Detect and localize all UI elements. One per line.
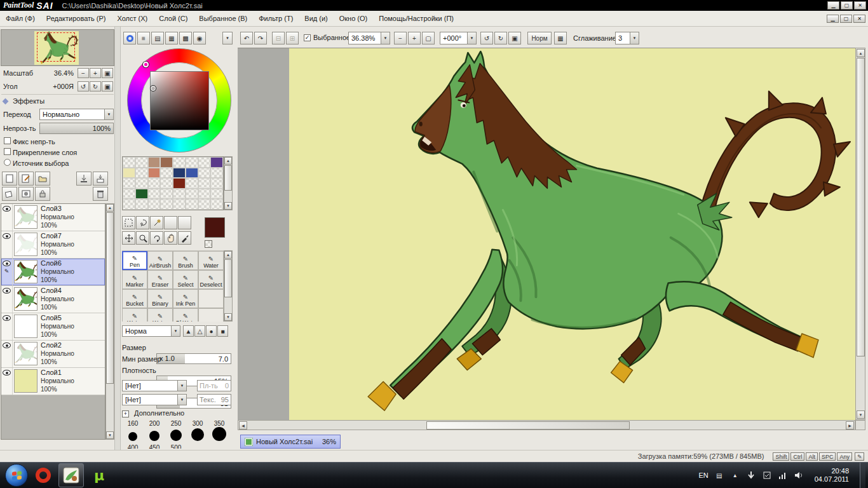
selection-visible-checkbox[interactable]: ✓ Выбранное (304, 34, 350, 41)
layer-visibility-icon[interactable] (3, 261, 11, 266)
layer-visibility-icon[interactable] (3, 288, 11, 294)
brush-preset-size[interactable]: 400 (122, 444, 144, 449)
swatch-cell[interactable] (160, 157, 173, 168)
layer-row[interactable]: Слой3Нормально100% (1, 204, 105, 231)
clear-layer-button[interactable] (2, 187, 17, 201)
rotate-cw-button[interactable]: ↻ (90, 81, 101, 92)
start-button[interactable] (5, 464, 28, 487)
show-desktop-button[interactable] (860, 463, 865, 488)
swatches-tab-icon[interactable]: ▩ (179, 32, 192, 44)
tool-binary[interactable]: ✎Binary (147, 289, 173, 308)
chevron-down-icon[interactable]: ▼ (104, 109, 113, 119)
tool-water[interactable]: ✎Water (198, 251, 224, 270)
brush-preset-size[interactable]: 500 (165, 444, 187, 449)
swatch-cell[interactable] (198, 199, 211, 210)
language-indicator[interactable]: EN (698, 471, 708, 479)
zoom-in-button[interactable]: + (408, 32, 421, 44)
swatch-cell[interactable] (173, 157, 186, 168)
swatch-cell[interactable] (148, 168, 161, 179)
eyedropper-icon[interactable] (178, 231, 191, 245)
zoom-combo[interactable]: 36.38%▼ (348, 32, 390, 44)
swatch-cell[interactable] (123, 199, 135, 210)
opera-taskbar-icon[interactable] (31, 463, 56, 487)
menu-item[interactable]: Фильтр (Т) (253, 11, 299, 25)
volume-icon[interactable] (794, 470, 804, 480)
layer-list-scrollbar[interactable]: ▲ ▼ (105, 203, 114, 440)
swatch-scrollbar[interactable]: ▲ ▼ (224, 156, 233, 210)
brush-preset-size[interactable]: 160 (122, 420, 144, 427)
swatch-cell[interactable] (198, 178, 211, 189)
layer-visibility-icon[interactable] (3, 370, 11, 376)
layer-visibility-icon[interactable] (3, 206, 11, 212)
layer-row[interactable]: ✎Слой6Нормально100% (1, 259, 105, 286)
tool-airbrush[interactable]: ✎AirBrush (147, 251, 173, 270)
tool-deselect[interactable]: ✎Deselect (198, 270, 224, 289)
swatch-cell[interactable] (198, 157, 211, 168)
merge-down-button[interactable] (93, 172, 108, 186)
tool-marker[interactable]: ✎Marker (122, 270, 147, 289)
network-icon[interactable] (778, 470, 788, 480)
transparent-color-button[interactable] (205, 240, 212, 248)
keyboard-layout-icon[interactable]: ▤ (714, 470, 724, 480)
menu-item[interactable]: Окно (О) (334, 11, 374, 25)
swatch-cell[interactable] (186, 157, 198, 168)
brush-shape-2-icon[interactable]: △ (194, 325, 205, 337)
brush-preset-size[interactable]: 300 (187, 420, 208, 427)
navigator-viewport-rect[interactable] (37, 32, 75, 62)
tool-brush[interactable]: ✎Brush (173, 251, 198, 270)
brush-preset-circle[interactable] (144, 429, 165, 443)
swatch-cell[interactable] (135, 168, 148, 179)
navigator-zoom-in-button[interactable]: + (90, 68, 101, 78)
navigator-zoom-out-button[interactable]: − (78, 68, 89, 78)
redo-icon[interactable]: ↷ (254, 32, 267, 44)
tool-ol-wate[interactable]: ✎Ol Wate (173, 308, 198, 322)
update-tray-icon[interactable] (746, 470, 756, 480)
rotate-ccw-button[interactable]: ↺ (78, 81, 89, 92)
brush-preset-circle[interactable] (122, 430, 144, 444)
canvas-paper[interactable] (289, 48, 855, 420)
swatch-cell[interactable] (186, 189, 198, 200)
color-panel-menu-button[interactable]: ▼ (222, 32, 233, 44)
swatch-cell[interactable] (148, 178, 161, 189)
angle-combo[interactable]: +000°▼ (440, 32, 477, 44)
brush-texture-dropdown[interactable]: [Нет]▼ (122, 394, 187, 405)
layer-lock-button[interactable] (35, 187, 50, 201)
smoothing-combo[interactable]: 3▼ (615, 32, 639, 44)
brush-shape-4-icon[interactable]: ■ (217, 325, 228, 337)
chevron-down-icon[interactable]: ▼ (177, 381, 186, 391)
swatch-cell[interactable] (210, 168, 223, 179)
undo-icon[interactable]: ↶ (240, 32, 253, 44)
tool-water[interactable]: ✎Water (122, 308, 147, 322)
brush-size-multiplier[interactable]: x 1.0 (159, 355, 175, 362)
transfer-down-button[interactable] (76, 172, 92, 186)
rect-select-icon[interactable] (122, 216, 135, 229)
expand-icon[interactable]: + (122, 410, 129, 417)
rotate-tool-icon[interactable] (150, 231, 163, 245)
swatch-cell[interactable] (160, 168, 173, 179)
brush-shape-1-icon[interactable]: ▲ (183, 325, 194, 337)
hue-marker[interactable] (143, 62, 149, 67)
menu-item[interactable]: Вид (и) (299, 11, 333, 25)
brush-mode-dropdown[interactable]: Норма▼ (122, 325, 180, 337)
brush-edge-dropdown[interactable]: [Нет]▼ (122, 380, 187, 391)
chevron-down-icon[interactable]: ▼ (467, 32, 476, 44)
brush-preset-size[interactable]: 450 (144, 444, 165, 449)
tool-grid-scrollbar[interactable]: ▲ ▼ (224, 250, 233, 322)
move-tool-icon[interactable] (122, 231, 135, 245)
delete-layer-button[interactable] (93, 187, 108, 201)
hsv-sliders-tab-icon[interactable]: ▤ (151, 32, 164, 44)
blend-mode-dropdown[interactable]: Нормально▼ (39, 109, 114, 120)
new-layer-button[interactable] (2, 172, 17, 186)
swatch-cell[interactable] (148, 199, 161, 210)
layer-mask-button[interactable] (18, 187, 34, 201)
menu-item[interactable]: Выбранное (В) (193, 11, 253, 25)
swatch-cell[interactable] (148, 189, 161, 200)
navigator-preview[interactable] (34, 31, 79, 65)
brush-preset-circle[interactable] (165, 428, 187, 442)
maximize-button[interactable]: ▢ (841, 1, 853, 10)
zoom-fit-button[interactable]: ▢ (422, 32, 435, 44)
swatch-cell[interactable] (148, 157, 161, 168)
panel-splitter[interactable] (114, 27, 121, 462)
magic-wand-icon[interactable] (150, 216, 163, 229)
checkbox-icon[interactable] (4, 137, 11, 144)
